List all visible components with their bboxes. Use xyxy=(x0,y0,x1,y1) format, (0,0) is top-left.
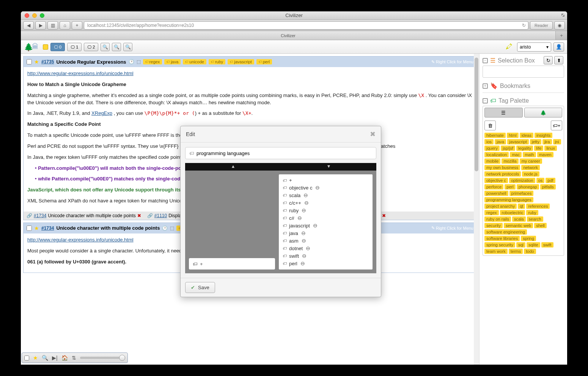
highlighter-icon[interactable]: 🖍 xyxy=(506,43,515,51)
palette-tag[interactable]: terms xyxy=(509,249,523,254)
palette-tag[interactable]: node.js xyxy=(522,171,539,177)
close-icon[interactable]: ✖ xyxy=(370,130,376,138)
remove-child-icon[interactable]: ⊖ xyxy=(297,215,302,221)
carousel-prev-button[interactable]: ↻ xyxy=(544,56,553,64)
tag-pill[interactable]: regex xyxy=(143,59,162,64)
palette-tag[interactable]: scala xyxy=(512,216,526,222)
search-button-2[interactable]: 🔍 xyxy=(112,43,121,51)
panel-1-button[interactable]: 🖵 1 xyxy=(67,43,82,51)
zoom-slider[interactable] xyxy=(80,357,125,359)
palette-tag[interactable]: life xyxy=(534,146,543,151)
palette-list-view-button[interactable]: ☰ xyxy=(484,108,523,118)
related-id[interactable]: #1110 xyxy=(154,213,167,218)
child-tag-item[interactable]: 🏷javascript⊖ xyxy=(283,222,369,229)
palette-tag[interactable]: my own business xyxy=(484,165,520,170)
remove-related-icon[interactable]: ✖ xyxy=(382,213,386,218)
palette-tag[interactable]: software libraries xyxy=(484,236,520,241)
child-tag-item[interactable]: 🏷c/c++⊖ xyxy=(283,199,369,207)
yellow-square-icon[interactable] xyxy=(43,44,48,50)
source-link[interactable]: http://www.regular-expressions.info/unic… xyxy=(27,237,134,243)
palette-tag[interactable]: javascript xyxy=(507,139,528,144)
palette-tag[interactable]: os xyxy=(536,178,545,183)
move-up-button[interactable]: ▴ xyxy=(185,163,281,171)
palette-tag[interactable]: jni xyxy=(553,139,561,144)
child-tag-item[interactable]: 🏷dotnet⊖ xyxy=(283,244,369,252)
tag-pill[interactable]: ruby xyxy=(209,59,225,64)
palette-tag[interactable]: powershell xyxy=(484,191,508,196)
delete-tag-button[interactable]: 🗑 xyxy=(484,121,496,130)
palette-tag[interactable]: linux xyxy=(544,146,557,151)
fragment-checkbox[interactable] xyxy=(27,226,32,231)
palette-tag[interactable]: semantic web xyxy=(504,223,533,228)
remove-child-icon[interactable]: ⊖ xyxy=(315,185,320,191)
tag-palette-header[interactable]: 🏷 Tag Palette xyxy=(483,97,564,106)
fragment-id[interactable]: #1734 xyxy=(41,226,54,231)
palette-tag[interactable]: mac xyxy=(510,152,522,157)
xregexp-link[interactable]: XRegExp xyxy=(91,110,112,116)
palette-tag[interactable]: sql xyxy=(516,242,525,248)
palette-tag[interactable]: math xyxy=(523,152,536,157)
fragment-id[interactable]: #1735 xyxy=(41,59,54,64)
remove-child-icon[interactable]: ⊖ xyxy=(304,200,309,206)
palette-tag[interactable]: jsp/jsf xyxy=(501,146,515,151)
palette-tag[interactable]: mozilla xyxy=(502,158,518,164)
palette-tag[interactable]: qt xyxy=(518,204,525,209)
palette-tag[interactable]: maven xyxy=(537,152,553,157)
tag-pill[interactable]: unicode xyxy=(183,59,206,64)
palette-tag[interactable]: insights xyxy=(535,133,552,138)
child-tag-item[interactable]: 🏷perl⊖ xyxy=(283,260,369,267)
related-id[interactable]: #1734 xyxy=(34,213,46,218)
scrollbar[interactable] xyxy=(474,54,479,365)
remove-child-icon[interactable]: ⊖ xyxy=(306,245,310,251)
palette-tag[interactable]: ideas xyxy=(520,133,533,138)
palette-tag[interactable]: todo xyxy=(524,249,536,254)
move-down-button[interactable]: ▾ xyxy=(281,163,376,171)
bottom-checkbox[interactable] xyxy=(24,356,29,360)
palette-tag[interactable]: jetty xyxy=(530,139,541,144)
forward-button[interactable]: ▶ xyxy=(35,21,46,30)
palette-tag[interactable]: swift xyxy=(541,242,553,248)
search-button-1[interactable]: 🔍 xyxy=(101,43,110,51)
slider-knob[interactable] xyxy=(119,355,125,361)
add-child-tag-input[interactable]: 🏷 + xyxy=(189,258,275,269)
palette-tag[interactable]: team work xyxy=(484,249,508,254)
child-tag-item[interactable]: 🏷asm⊖ xyxy=(283,237,369,244)
url-bar[interactable]: localhost:12345/civilizer/app/home?execu… xyxy=(84,21,528,30)
remove-child-icon[interactable]: ⊖ xyxy=(313,222,318,229)
palette-tag[interactable]: network xyxy=(521,165,540,170)
sort-icon[interactable]: ⇅ xyxy=(72,355,76,361)
palette-tag[interactable]: optimization xyxy=(509,178,535,183)
home-icon[interactable]: 🏠 xyxy=(61,355,68,361)
palette-tag[interactable]: project anarchy xyxy=(484,204,517,209)
palette-tag[interactable]: objective c xyxy=(484,178,508,183)
palette-tree-view-button[interactable]: 🌲 xyxy=(524,108,563,118)
add-tag-button[interactable]: 🏷+ xyxy=(551,121,562,130)
star-icon[interactable]: ★ xyxy=(34,225,39,231)
tag-pill[interactable]: javascript xyxy=(228,59,254,64)
tag-pill[interactable]: java xyxy=(164,59,181,64)
theme-select[interactable]: aristo▾ xyxy=(517,42,551,52)
palette-tag[interactable]: pitfalls xyxy=(540,184,556,190)
scrollbar-thumb[interactable] xyxy=(475,58,478,171)
expand-icon[interactable] xyxy=(483,83,488,89)
fullscreen-icon[interactable] xyxy=(560,13,566,18)
palette-tag[interactable]: ios xyxy=(484,139,494,144)
group-icon[interactable]: ⬚ xyxy=(137,59,141,64)
palette-tag[interactable]: html xyxy=(507,133,519,138)
browser-tab[interactable]: Civilizer xyxy=(21,31,556,40)
panel-0-button[interactable]: 🖵 0 xyxy=(50,43,65,51)
palette-tag[interactable]: perforce xyxy=(484,184,503,190)
reader-button[interactable]: Reader xyxy=(530,21,553,30)
child-tag-item[interactable]: 🏷+ xyxy=(283,177,369,184)
palette-tag[interactable]: perl xyxy=(505,184,515,190)
back-button[interactable]: ◀ xyxy=(23,21,34,30)
palette-tag[interactable]: software engineering xyxy=(484,229,527,235)
palette-tag[interactable]: ruby xyxy=(526,210,538,215)
search-icon[interactable]: 🔍 xyxy=(42,355,48,361)
palette-tag[interactable]: spring xyxy=(521,236,536,241)
star-icon[interactable]: ★ xyxy=(34,59,39,65)
palette-tag[interactable]: jquery xyxy=(484,146,500,151)
bookmarks-header[interactable]: 🔖 Bookmarks xyxy=(483,82,564,91)
collapse-icon[interactable] xyxy=(483,98,488,103)
remove-child-icon[interactable]: ⊖ xyxy=(302,207,306,213)
